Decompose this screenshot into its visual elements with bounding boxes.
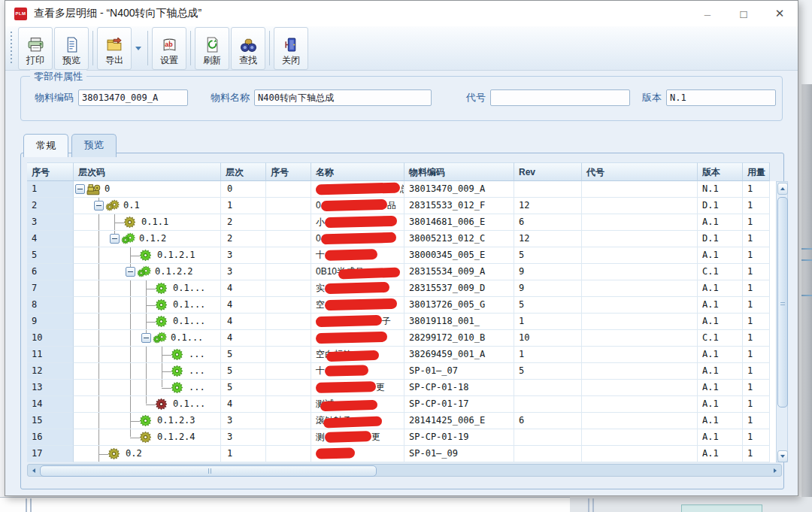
horizontal-scroll-thumb[interactable] xyxy=(40,465,377,477)
row-number-cell: 11 xyxy=(27,347,74,363)
name-cell: 总成 xyxy=(311,181,404,198)
scroll-down-button[interactable] xyxy=(777,450,788,462)
table-row[interactable]: 100总成38013470_009_AN.11 xyxy=(27,181,782,198)
close-button[interactable]: ✕ xyxy=(762,1,798,26)
name-text: 0 xyxy=(316,233,321,244)
column-header-8[interactable]: 版本 xyxy=(698,162,743,181)
toolbar-button-close-door[interactable]: 关闭 xyxy=(274,27,308,70)
table-row[interactable]: 11...5空白标签38269459_001_A1A.11 xyxy=(27,347,782,363)
tree-expander-collapse[interactable] xyxy=(126,267,135,277)
scroll-up-button[interactable] xyxy=(777,183,788,195)
field-label: 物料编码 xyxy=(35,91,74,105)
gear-green-icon xyxy=(155,315,168,330)
field-input-3[interactable] xyxy=(666,89,776,106)
maximize-button[interactable]: □ xyxy=(726,1,762,26)
column-header-0[interactable]: 序号 xyxy=(27,162,74,181)
table-row[interactable]: 80.1...4空38013726_005_G5A.11 xyxy=(27,297,782,314)
tab-preview[interactable]: 预览 xyxy=(71,134,117,157)
table-row[interactable]: 30.1.12小38014681_006_E6A.11 xyxy=(27,214,782,231)
material-code-cell: 28299172_010_B xyxy=(404,330,514,347)
column-header-2[interactable]: 层次 xyxy=(221,162,266,181)
printer-icon xyxy=(27,36,44,54)
table-row[interactable]: 50.1.2.13十38000345_005_E5A.11 xyxy=(27,247,782,264)
tree-line xyxy=(98,264,99,280)
name-text: 实 xyxy=(316,283,325,293)
field-input-0[interactable] xyxy=(78,89,188,106)
name-cell: 测试 xyxy=(311,396,404,413)
redaction-scribble xyxy=(316,332,387,344)
background-grip xyxy=(588,498,589,512)
table-row[interactable]: 13...5更SP-CP-01-18A.11 xyxy=(27,380,782,396)
tree-line xyxy=(146,380,147,395)
gears-green-icon xyxy=(137,265,152,280)
table-row[interactable]: 90.1...4子38019118_001_1A.11 xyxy=(27,314,782,330)
level-cell: 0 xyxy=(221,181,266,198)
table-row[interactable]: 70.1...4实28315537_009_D9A.11 xyxy=(27,280,782,297)
table-row[interactable]: 150.1.2.33滚针轴承28141425_006_E6A.11 xyxy=(27,413,782,429)
tree-expander-collapse[interactable] xyxy=(141,333,151,343)
scroll-left-button[interactable] xyxy=(29,465,39,475)
level-code-label: 0.1 xyxy=(123,198,140,214)
seq-cell xyxy=(266,280,311,297)
vertical-scroll-thumb[interactable] xyxy=(777,197,788,407)
chevron-down-icon xyxy=(135,47,141,50)
tree-line xyxy=(98,413,99,429)
tab-content-panel: 序号层次码层次序号名称物料编码Rev代号版本用量 100总成38013470_0… xyxy=(20,153,784,489)
vertical-scrollbar[interactable] xyxy=(776,181,788,462)
column-header-4[interactable]: 名称 xyxy=(311,162,404,181)
export-dropdown-button[interactable] xyxy=(132,29,144,68)
tree-line xyxy=(98,314,99,329)
table-row[interactable]: 20.110品28315533_012_F12D.11 xyxy=(27,198,782,214)
minimize-button[interactable]: – xyxy=(689,1,726,26)
toolbar-grip[interactable] xyxy=(10,32,14,65)
column-header-1[interactable]: 层次码 xyxy=(74,162,221,181)
thumb-grip-icon xyxy=(780,302,785,303)
field-input-2[interactable] xyxy=(490,89,630,106)
table-row[interactable]: 40.1.22038005213_012_C12D.11 xyxy=(27,231,782,247)
seq-cell xyxy=(266,198,311,214)
scroll-right-button[interactable] xyxy=(770,465,780,475)
table-row[interactable]: 100.1...428299172_010_B10C.11 xyxy=(27,330,782,347)
version-cell: N.1 xyxy=(698,181,743,198)
toolbar-button-find-binoculars[interactable]: 查找 xyxy=(231,27,265,70)
toolbar-button-preview-document[interactable]: 预览 xyxy=(54,27,89,70)
tree-expander-collapse[interactable] xyxy=(110,234,120,244)
tree-line xyxy=(98,280,99,296)
column-header-7[interactable]: 代号 xyxy=(582,162,698,181)
field-label: 版本 xyxy=(642,91,662,105)
tree-line xyxy=(146,396,147,404)
horizontal-scrollbar[interactable] xyxy=(27,464,782,477)
redaction-scribble xyxy=(320,400,377,412)
name-text: 0 xyxy=(316,200,321,211)
name-cell: 子 xyxy=(311,314,404,330)
level-code-cell: 0 xyxy=(74,181,221,198)
redaction-scribble xyxy=(316,447,355,459)
material-code-cell: SP-01—_09 xyxy=(404,446,514,462)
minus-icon xyxy=(112,238,117,239)
table-row[interactable]: 160.1.2.43测更SP-CP-01-19A.11 xyxy=(27,429,782,446)
tab-general[interactable]: 常规 xyxy=(23,134,68,157)
level-code-cell: 0.1.1 xyxy=(74,214,221,231)
table-row[interactable]: 170.21SP-01—_09A.11 xyxy=(27,446,782,462)
column-header-5[interactable]: 物料编码 xyxy=(404,162,514,181)
row-number-cell: 7 xyxy=(27,280,74,297)
tree-expander-collapse[interactable] xyxy=(94,201,104,211)
column-header-3[interactable]: 序号 xyxy=(266,162,311,181)
toolbar-button-printer[interactable]: 打印 xyxy=(18,27,53,70)
tree-line xyxy=(130,396,131,412)
daihao-cell xyxy=(582,446,698,462)
table-row[interactable]: 60.1.2.230B10半成品28315534_009_A9C.11 xyxy=(27,264,782,280)
tree-expander-collapse[interactable] xyxy=(75,184,85,194)
settings-ab-icon: ab xyxy=(162,36,177,54)
toolbar-button-export-folder[interactable]: 导出 xyxy=(97,27,132,70)
toolbar-button-refresh[interactable]: 刷新 xyxy=(195,27,229,70)
column-header-9[interactable]: 用量 xyxy=(743,162,770,181)
row-number-cell: 5 xyxy=(27,247,74,264)
column-header-6[interactable]: Rev xyxy=(514,162,582,181)
table-row[interactable]: 140.1...4测试SP-CP-01-17A.11 xyxy=(27,396,782,413)
daihao-cell xyxy=(582,380,698,396)
field-input-1[interactable] xyxy=(254,89,432,106)
table-row[interactable]: 12...5十SP-01—_075A.11 xyxy=(27,363,782,380)
toolbar-button-settings-ab[interactable]: ab设置 xyxy=(152,27,186,70)
level-cell: 4 xyxy=(221,280,266,297)
